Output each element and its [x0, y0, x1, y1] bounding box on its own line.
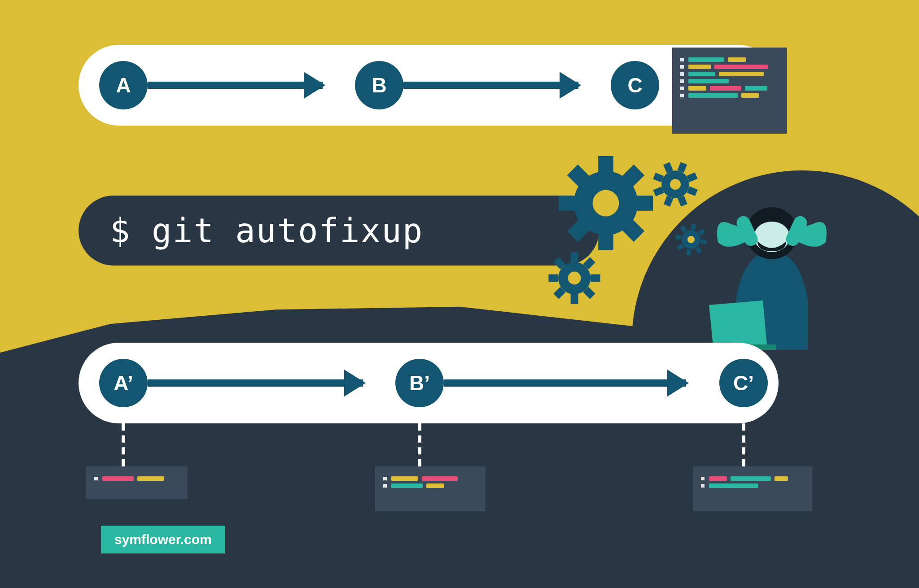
- svg-rect-1: [598, 156, 613, 175]
- svg-rect-3: [559, 196, 578, 211]
- dashed-connector: [742, 423, 745, 466]
- gear-icon: [547, 251, 601, 305]
- commit-node-a-prime: A’: [99, 359, 148, 407]
- commit-node-b-prime: B’: [395, 359, 444, 407]
- code-window-small: [693, 466, 812, 511]
- arrow-icon: [403, 82, 578, 89]
- svg-point-29: [670, 179, 681, 190]
- code-window: [672, 48, 787, 134]
- svg-rect-36: [677, 244, 684, 250]
- dashed-connector: [122, 423, 125, 466]
- commit-node-c-prime: C’: [719, 359, 768, 407]
- code-window-small: [375, 466, 486, 511]
- svg-rect-12: [571, 294, 578, 304]
- svg-point-41: [754, 222, 790, 252]
- commit-node-b: B: [355, 61, 403, 109]
- svg-point-9: [593, 190, 619, 217]
- svg-rect-2: [598, 231, 613, 250]
- svg-rect-4: [634, 196, 653, 211]
- commit-chain-after: A’ B’ C’: [79, 343, 779, 423]
- arrow-icon: [148, 379, 363, 387]
- svg-rect-13: [548, 274, 558, 282]
- svg-point-19: [568, 272, 581, 285]
- arrow-icon: [444, 379, 686, 387]
- commit-node-a: A: [99, 61, 148, 109]
- svg-rect-37: [680, 225, 687, 232]
- code-window-small: [86, 466, 188, 499]
- arrow-icon: [148, 82, 323, 89]
- svg-rect-11: [571, 252, 578, 262]
- commit-node-c: C: [611, 61, 659, 109]
- command-text: $ git autofixup: [110, 211, 423, 250]
- command-pill: $ git autofixup: [79, 196, 599, 266]
- svg-rect-14: [591, 274, 600, 282]
- brand-text: symflower.com: [114, 532, 212, 547]
- svg-rect-33: [675, 235, 682, 240]
- dashed-connector: [418, 423, 421, 466]
- relaxed-person-icon: [687, 188, 857, 359]
- gear-icon: [559, 156, 653, 250]
